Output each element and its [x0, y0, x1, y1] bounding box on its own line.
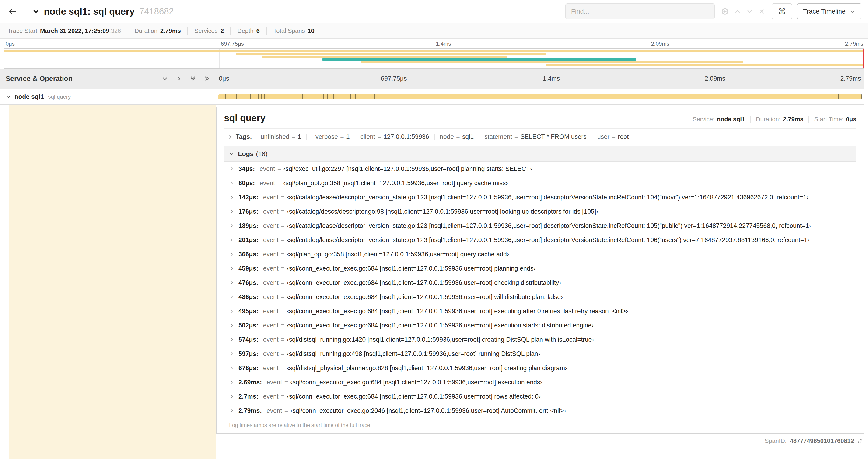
log-row[interactable]: 2.79ms:event=‹sql/conn_executor_exec.go:…: [224, 404, 856, 418]
collapse-all-icon[interactable]: [190, 75, 196, 81]
tick-label: 0μs: [4, 41, 15, 47]
expand-one-icon[interactable]: [176, 75, 182, 81]
collapse-one-icon[interactable]: [162, 75, 168, 81]
log-marker: [350, 94, 351, 99]
span-row-name-cell[interactable]: node sql1 sql query: [0, 89, 216, 104]
log-equals: =: [277, 165, 281, 173]
link-icon[interactable]: [857, 438, 863, 444]
summary-item: Duration2.79ms: [135, 27, 181, 35]
log-row[interactable]: 495μs:event=‹sql/conn_executor_exec.go:6…: [224, 304, 856, 318]
log-value: ‹sql/exec_util.go:2297 [nsql1,client=127…: [283, 165, 532, 173]
grid-line: [378, 69, 378, 89]
log-timestamp: 34μs:: [239, 165, 255, 173]
log-field-name: event: [263, 222, 279, 230]
tag-separator: [306, 134, 307, 140]
next-result-icon[interactable]: [746, 8, 753, 15]
tags-row[interactable]: Tags: _unfinished=1_verbose=1client=127.…: [224, 129, 856, 145]
log-marker: [328, 94, 328, 99]
log-row[interactable]: 34μs:event=‹sql/exec_util.go:2297 [nsql1…: [224, 162, 856, 176]
minimap-span-bar: [236, 53, 546, 55]
log-marker: [264, 94, 265, 99]
logs-header[interactable]: Logs (18): [224, 146, 856, 162]
log-timestamp: 495μs:: [239, 308, 258, 315]
log-row[interactable]: 459μs:event=‹sql/conn_executor_exec.go:6…: [224, 261, 856, 276]
log-field-name: event: [263, 236, 279, 244]
find-input[interactable]: [565, 3, 715, 19]
chevron-right-icon: [229, 394, 234, 399]
prev-result-icon[interactable]: [734, 8, 741, 15]
log-equals: =: [281, 265, 285, 272]
span-row-track[interactable]: [216, 89, 864, 104]
chevron-down-icon: [850, 9, 856, 14]
log-equals: =: [281, 336, 285, 343]
timeline-ruler: 0μs697.75μs1.4ms2.09ms2.79ms: [216, 69, 864, 89]
back-button[interactable]: [0, 0, 25, 23]
span-detail-title: sql query: [224, 113, 266, 123]
log-row[interactable]: 502μs:event=‹sql/conn_executor_exec.go:6…: [224, 318, 856, 333]
view-selector-button[interactable]: Trace Timeline: [797, 3, 862, 19]
chevron-right-icon: [229, 365, 234, 371]
log-field-name: event: [263, 350, 279, 358]
chevron-right-icon: [229, 280, 234, 285]
tag-separator: [592, 134, 592, 140]
log-row[interactable]: 189μs:event=‹sql/catalog/lease/descripto…: [224, 219, 856, 233]
meta-separator: [750, 116, 751, 123]
log-row[interactable]: 2.69ms:event=‹sql/conn_executor_exec.go:…: [224, 375, 856, 390]
minimap-span-bar: [322, 58, 636, 61]
log-equals: =: [281, 293, 285, 301]
log-row[interactable]: 366μs:event=‹sql/plan_opt.go:358 [nsql1,…: [224, 247, 856, 261]
tag-value: 1: [298, 133, 301, 140]
log-value: ‹sql/catalog/lease/descriptor_version_st…: [287, 222, 811, 230]
log-timestamp: 502μs:: [239, 322, 258, 329]
grid-line: [378, 89, 378, 104]
log-row[interactable]: 176μs:event=‹sql/catalog/descs/descripto…: [224, 204, 856, 219]
log-field-name: event: [263, 393, 279, 400]
clear-search-icon[interactable]: [758, 8, 765, 15]
service-operation-header: Service & Operation: [0, 69, 216, 89]
timeline-main: Service & Operation 0μs697.75μs1.4ms2.09…: [0, 69, 864, 459]
summary-value: 2.79ms: [160, 27, 181, 35]
log-value: ‹sql/conn_executor_exec.go:684 [nsql1,cl…: [287, 279, 561, 286]
log-timestamp: 189μs:: [239, 222, 258, 230]
chevron-right-icon: [229, 337, 234, 342]
log-equals: =: [281, 194, 285, 201]
log-marker: [334, 94, 334, 99]
log-row[interactable]: 201μs:event=‹sql/catalog/lease/descripto…: [224, 233, 856, 247]
grid-line: [702, 89, 702, 104]
log-row[interactable]: 476μs:event=‹sql/conn_executor_exec.go:6…: [224, 276, 856, 290]
log-row[interactable]: 597μs:event=‹sql/distsql_running.go:498 …: [224, 347, 856, 361]
expand-all-icon[interactable]: [204, 75, 210, 81]
log-row[interactable]: 142μs:event=‹sql/catalog/lease/descripto…: [224, 190, 856, 204]
log-row[interactable]: 80μs:event=‹sql/plan_opt.go:358 [nsql1,c…: [224, 176, 856, 190]
log-timestamp: 2.69ms:: [239, 379, 262, 386]
chevron-right-icon: [229, 195, 234, 200]
zoom-in-icon[interactable]: [721, 8, 729, 15]
log-row[interactable]: 486μs:event=‹sql/conn_executor_exec.go:6…: [224, 290, 856, 304]
collapse-children-icon[interactable]: [6, 94, 11, 100]
tag-key: node: [440, 133, 454, 140]
minimap-scrubber[interactable]: [863, 48, 864, 68]
meta-value: 2.79ms: [783, 116, 803, 123]
log-equals: =: [281, 308, 285, 315]
log-value: ‹sql/distsql_running.go:1420 [nsql1,clie…: [287, 336, 594, 343]
log-value: ‹sql/conn_executor_exec.go:2046 [nsql1,c…: [290, 407, 566, 415]
collapse-trace-icon[interactable]: [33, 8, 39, 15]
log-row[interactable]: 678μs:event=‹sql/distsql_physical_planne…: [224, 361, 856, 375]
tag-value: 127.0.0.1:59936: [383, 133, 429, 140]
span-row[interactable]: node sql1 sql query: [0, 89, 864, 105]
keyboard-shortcuts-button[interactable]: ⌘: [772, 3, 792, 19]
chevron-right-icon: [229, 166, 234, 171]
summary-label: Services: [194, 27, 218, 35]
log-equals: =: [284, 407, 288, 415]
log-marker: [332, 94, 333, 99]
chevron-right-icon: [229, 294, 234, 299]
span-detail-header: sql query Service:node sql1Duration:2.79…: [224, 113, 856, 129]
summary-label: Depth: [237, 27, 253, 35]
log-timestamp: 2.79ms:: [239, 407, 262, 415]
minimap-canvas[interactable]: [4, 48, 864, 69]
summary-item: Trace StartMarch 31 2022, 17:25:09.326: [7, 27, 121, 35]
log-row[interactable]: 574μs:event=‹sql/distsql_running.go:1420…: [224, 333, 856, 347]
log-value: ‹sql/distsql_physical_planner.go:828 [ns…: [287, 365, 567, 372]
log-row[interactable]: 2.7ms:event=‹sql/conn_executor_exec.go:6…: [224, 390, 856, 404]
log-value: ‹sql/catalog/lease/descriptor_version_st…: [287, 194, 808, 201]
